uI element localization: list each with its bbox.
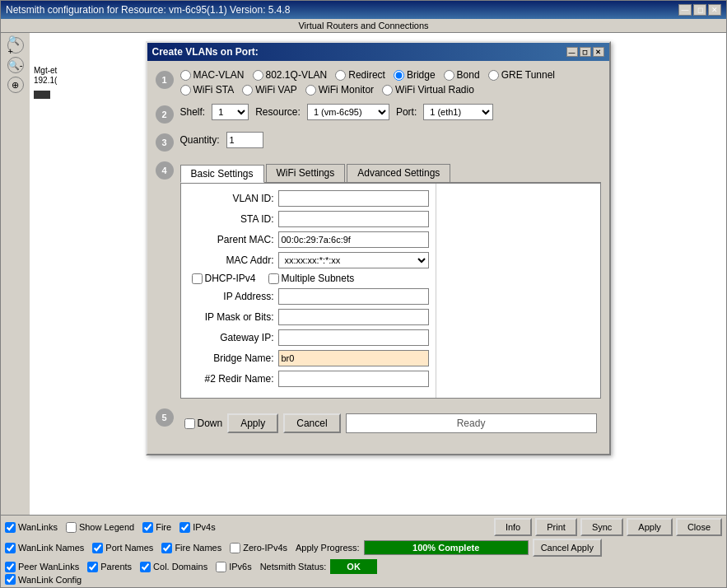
cb-wanlink-config[interactable]: WanLink Config xyxy=(5,574,82,585)
quantity-input[interactable] xyxy=(226,132,263,148)
radio-wifi-vap[interactable]: WiFi VAP xyxy=(242,84,296,96)
cb-col-domains[interactable]: Col. Domains xyxy=(140,562,207,572)
bottom-bar-row4: WanLink Config xyxy=(5,574,722,585)
ip-mask-input[interactable] xyxy=(278,309,429,325)
quantity-row: Quantity: xyxy=(180,132,601,148)
step2-circle: 2 xyxy=(156,105,174,124)
main-restore-btn[interactable]: ◻ xyxy=(693,4,706,16)
dialog-overlay: Create VLANs on Port: — ◻ ✕ 1 xyxy=(30,33,726,515)
multiple-subnets-label: Multiple Subnets xyxy=(282,273,355,284)
radio-802-vlan[interactable]: 802.1Q-VLAN xyxy=(253,69,328,81)
cb-peer-wanlinks[interactable]: Peer WanLinks xyxy=(5,562,79,572)
cb-zero-ipv4s[interactable]: Zero-IPv4s xyxy=(230,543,287,553)
shelf-select[interactable]: 1 xyxy=(212,104,249,120)
cb-port-names[interactable]: Port Names xyxy=(92,543,153,553)
step3-row: 3 Quantity: xyxy=(156,132,601,152)
down-checkbox[interactable]: Down xyxy=(184,418,223,429)
dhcp-ipv4-checkbox[interactable]: DHCP-IPv4 xyxy=(192,273,256,284)
parent-mac-label: Parent MAC: xyxy=(188,234,278,245)
bridge-name-input[interactable] xyxy=(278,350,429,366)
sta-id-input[interactable] xyxy=(278,211,429,227)
cb-wanlinks[interactable]: WanLinks xyxy=(5,522,58,533)
cb-wanlink-names[interactable]: WanLink Names xyxy=(5,543,84,553)
sidebar-icons: 🔍+ 🔍- ⊕ xyxy=(1,33,30,515)
cb-fire-names[interactable]: Fire Names xyxy=(161,543,221,553)
cb-ipv6s[interactable]: IPv6s xyxy=(216,562,252,572)
down-label: Down xyxy=(198,418,223,429)
ok-text: OK xyxy=(347,562,361,572)
sta-id-label: STA ID: xyxy=(188,213,278,225)
vlan-type-radio-group: MAC-VLAN 802.1Q-VLAN Redirect xyxy=(180,69,601,96)
main-window: Netsmith configuration for Resource: vm-… xyxy=(0,0,727,588)
vlan-id-label: VLAN ID: xyxy=(188,193,278,204)
vlan-id-input[interactable] xyxy=(278,190,429,207)
step3-content: Quantity: xyxy=(180,132,601,148)
progress-bar-container: 100% Complete xyxy=(364,540,529,555)
tab-advanced-settings[interactable]: Advanced Settings xyxy=(347,164,450,182)
main-title: Netsmith configuration for Resource: vm-… xyxy=(6,4,291,16)
radio-redirect[interactable]: Redirect xyxy=(335,69,385,81)
cb-fire[interactable]: Fire xyxy=(142,522,171,533)
close-btn[interactable]: Close xyxy=(676,518,722,536)
dialog-cancel-btn[interactable]: Cancel xyxy=(283,413,340,433)
sync-btn[interactable]: Sync xyxy=(580,518,623,536)
zoom-fit-icon[interactable]: ⊕ xyxy=(7,77,24,93)
dhcp-subnets-row: DHCP-IPv4 Multiple Subnets xyxy=(188,273,429,284)
vlan-id-row: VLAN ID: xyxy=(188,190,429,207)
bottom-bar: WanLinks Show Legend Fire IPv4s Info Pri… xyxy=(1,515,726,587)
main-close-btn[interactable]: ✕ xyxy=(708,4,721,16)
quantity-label: Quantity: xyxy=(180,134,220,146)
progress-bar-fill: 100% Complete xyxy=(365,541,528,554)
radio-gre-tunnel[interactable]: GRE Tunnel xyxy=(488,69,555,81)
step1-row: 1 MAC-VLAN 802.1Q-VLAN xyxy=(156,69,601,96)
step2-row: 2 Shelf: 1 Resource: 1 (vm-6c95) xyxy=(156,104,601,124)
cb-parents[interactable]: Parents xyxy=(87,562,132,572)
tab-wifi-settings[interactable]: WiFi Settings xyxy=(266,164,346,182)
cb-ipv4s[interactable]: IPv4s xyxy=(179,522,216,533)
dialog-close-btn[interactable]: ✕ xyxy=(593,47,604,57)
ip-address-input[interactable] xyxy=(278,288,429,305)
step3-circle: 3 xyxy=(156,133,174,152)
radio-wifi-sta[interactable]: WiFi STA xyxy=(180,84,235,96)
bottom-bar-row2: WanLink Names Port Names Fire Names Zero… xyxy=(5,539,722,557)
redir-name-label: #2 Redir Name: xyxy=(188,373,278,385)
radio-mac-vlan[interactable]: MAC-VLAN xyxy=(180,69,245,81)
radio-wifi-virtual-radio[interactable]: WiFi Virtual Radio xyxy=(382,84,474,96)
gateway-ip-input[interactable] xyxy=(278,329,429,346)
dialog-restore-btn[interactable]: ◻ xyxy=(580,47,591,57)
dialog-minimize-btn[interactable]: — xyxy=(566,47,578,57)
create-vlans-dialog: Create VLANs on Port: — ◻ ✕ 1 xyxy=(146,41,611,455)
multiple-subnets-checkbox[interactable]: Multiple Subnets xyxy=(268,273,355,284)
step5-row: 5 Down Apply Cancel xyxy=(156,407,601,437)
ip-mask-label: IP Mask or Bits: xyxy=(188,311,278,323)
progress-label: Apply Progress: xyxy=(296,543,360,553)
parent-mac-input[interactable] xyxy=(278,231,429,248)
radio-bridge[interactable]: Bridge xyxy=(394,69,436,81)
dialog-apply-btn[interactable]: Apply xyxy=(227,413,278,433)
dhcp-ipv4-label: DHCP-IPv4 xyxy=(205,273,256,284)
step1-circle: 1 xyxy=(156,71,174,89)
info-btn[interactable]: Info xyxy=(494,518,532,536)
sta-id-row: STA ID: xyxy=(188,211,429,227)
ip-address-label: IP Address: xyxy=(188,291,278,302)
port-select[interactable]: 1 (eth1) xyxy=(423,104,493,120)
radio-bond[interactable]: Bond xyxy=(444,69,480,81)
bridge-name-row: Bridge Name: xyxy=(188,350,429,366)
settings-tabs: Basic Settings WiFi Settings Advanced Se… xyxy=(180,164,601,183)
radio-wifi-monitor[interactable]: WiFi Monitor xyxy=(305,84,374,96)
redir-name-input[interactable] xyxy=(278,371,429,387)
ok-badge: OK xyxy=(330,559,377,574)
main-content: 🔍+ 🔍- ⊕ Mgt-et 192.1( Create VLANs on Po… xyxy=(1,33,726,515)
status-buttons: Info Print Sync Apply Close xyxy=(494,518,722,536)
dialog-title: Create VLANs on Port: xyxy=(152,46,259,58)
zoom-in-icon[interactable]: 🔍+ xyxy=(7,37,24,54)
cancel-apply-btn[interactable]: Cancel Apply xyxy=(533,539,602,557)
main-minimize-btn[interactable]: — xyxy=(678,4,692,16)
zoom-out-icon[interactable]: 🔍- xyxy=(7,57,24,73)
tab-basic-settings[interactable]: Basic Settings xyxy=(180,165,264,183)
apply-btn[interactable]: Apply xyxy=(627,518,673,536)
print-btn[interactable]: Print xyxy=(535,518,577,536)
mac-addr-select[interactable]: xx:xx:xx:*:*:xx xyxy=(278,252,429,268)
cb-show-legend[interactable]: Show Legend xyxy=(66,522,134,533)
resource-select[interactable]: 1 (vm-6c95) xyxy=(307,104,389,120)
